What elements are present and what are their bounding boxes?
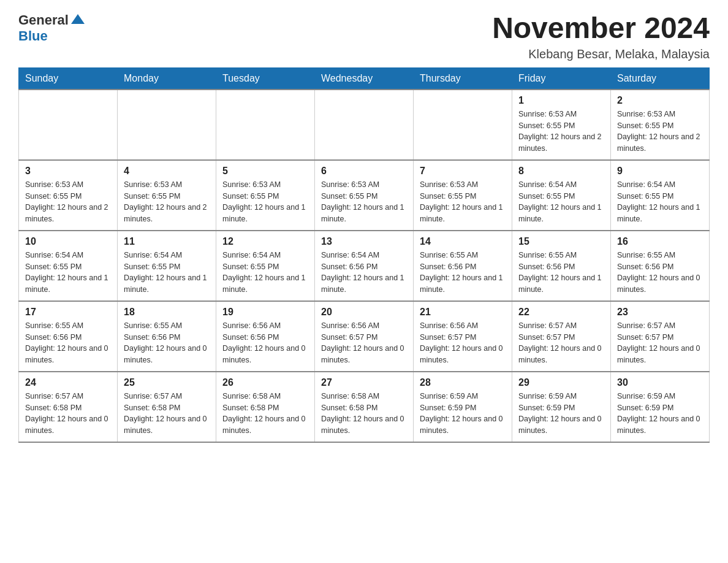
calendar-cell: 9Sunrise: 6:54 AM Sunset: 6:55 PM Daylig… xyxy=(611,160,710,231)
day-info: Sunrise: 6:53 AM Sunset: 6:55 PM Dayligh… xyxy=(617,109,703,155)
day-number: 17 xyxy=(25,307,111,318)
day-info: Sunrise: 6:57 AM Sunset: 6:58 PM Dayligh… xyxy=(124,391,210,437)
day-number: 30 xyxy=(617,377,703,388)
page-header: General Blue November 2024 Klebang Besar… xyxy=(18,12,710,61)
day-number: 18 xyxy=(124,307,210,318)
day-info: Sunrise: 6:53 AM Sunset: 6:55 PM Dayligh… xyxy=(124,179,210,225)
calendar-header-saturday: Saturday xyxy=(611,67,710,90)
day-info: Sunrise: 6:59 AM Sunset: 6:59 PM Dayligh… xyxy=(420,391,506,437)
calendar-week-row: 10Sunrise: 6:54 AM Sunset: 6:55 PM Dayli… xyxy=(19,231,710,301)
month-title: November 2024 xyxy=(492,12,710,45)
day-number: 21 xyxy=(420,307,506,318)
calendar-cell xyxy=(216,90,315,160)
day-number: 9 xyxy=(617,166,703,177)
calendar-header-monday: Monday xyxy=(118,67,216,90)
calendar-cell: 13Sunrise: 6:54 AM Sunset: 6:56 PM Dayli… xyxy=(315,231,414,301)
calendar-cell: 5Sunrise: 6:53 AM Sunset: 6:55 PM Daylig… xyxy=(216,160,315,231)
calendar-cell: 7Sunrise: 6:53 AM Sunset: 6:55 PM Daylig… xyxy=(414,160,512,231)
calendar-cell: 27Sunrise: 6:58 AM Sunset: 6:58 PM Dayli… xyxy=(315,372,414,442)
day-info: Sunrise: 6:54 AM Sunset: 6:55 PM Dayligh… xyxy=(518,179,604,225)
calendar-cell xyxy=(19,90,118,160)
day-number: 12 xyxy=(222,236,308,247)
day-number: 6 xyxy=(321,166,407,177)
day-info: Sunrise: 6:55 AM Sunset: 6:56 PM Dayligh… xyxy=(518,250,604,296)
day-info: Sunrise: 6:59 AM Sunset: 6:59 PM Dayligh… xyxy=(518,391,604,437)
calendar-header-friday: Friday xyxy=(512,67,611,90)
day-number: 29 xyxy=(518,377,604,388)
day-number: 25 xyxy=(124,377,210,388)
calendar-cell: 25Sunrise: 6:57 AM Sunset: 6:58 PM Dayli… xyxy=(118,372,216,442)
day-info: Sunrise: 6:53 AM Sunset: 6:55 PM Dayligh… xyxy=(321,179,407,225)
day-info: Sunrise: 6:53 AM Sunset: 6:55 PM Dayligh… xyxy=(25,179,111,225)
day-info: Sunrise: 6:57 AM Sunset: 6:57 PM Dayligh… xyxy=(518,320,604,366)
calendar-header-sunday: Sunday xyxy=(19,67,118,90)
day-number: 11 xyxy=(124,236,210,247)
day-number: 1 xyxy=(518,95,604,106)
day-number: 8 xyxy=(518,166,604,177)
day-number: 27 xyxy=(321,377,407,388)
calendar-cell xyxy=(414,90,512,160)
day-number: 26 xyxy=(222,377,308,388)
calendar-header-thursday: Thursday xyxy=(414,67,512,90)
day-number: 28 xyxy=(420,377,506,388)
calendar-cell: 1Sunrise: 6:53 AM Sunset: 6:55 PM Daylig… xyxy=(512,90,611,160)
calendar-header-wednesday: Wednesday xyxy=(315,67,414,90)
calendar-cell: 23Sunrise: 6:57 AM Sunset: 6:57 PM Dayli… xyxy=(611,301,710,372)
day-info: Sunrise: 6:56 AM Sunset: 6:57 PM Dayligh… xyxy=(420,320,506,366)
calendar-week-row: 17Sunrise: 6:55 AM Sunset: 6:56 PM Dayli… xyxy=(19,301,710,372)
calendar-cell: 21Sunrise: 6:56 AM Sunset: 6:57 PM Dayli… xyxy=(414,301,512,372)
day-number: 2 xyxy=(617,95,703,106)
calendar-week-row: 24Sunrise: 6:57 AM Sunset: 6:58 PM Dayli… xyxy=(19,372,710,442)
day-info: Sunrise: 6:53 AM Sunset: 6:55 PM Dayligh… xyxy=(518,109,604,155)
calendar-cell: 12Sunrise: 6:54 AM Sunset: 6:55 PM Dayli… xyxy=(216,231,315,301)
day-info: Sunrise: 6:55 AM Sunset: 6:56 PM Dayligh… xyxy=(420,250,506,296)
day-info: Sunrise: 6:56 AM Sunset: 6:56 PM Dayligh… xyxy=(222,320,308,366)
calendar-cell: 28Sunrise: 6:59 AM Sunset: 6:59 PM Dayli… xyxy=(414,372,512,442)
day-info: Sunrise: 6:55 AM Sunset: 6:56 PM Dayligh… xyxy=(617,250,703,296)
svg-marker-0 xyxy=(71,14,85,24)
logo: General Blue xyxy=(18,12,85,44)
day-info: Sunrise: 6:55 AM Sunset: 6:56 PM Dayligh… xyxy=(25,320,111,366)
day-info: Sunrise: 6:59 AM Sunset: 6:59 PM Dayligh… xyxy=(617,391,703,437)
calendar-cell: 10Sunrise: 6:54 AM Sunset: 6:55 PM Dayli… xyxy=(19,231,118,301)
day-info: Sunrise: 6:53 AM Sunset: 6:55 PM Dayligh… xyxy=(222,179,308,225)
day-number: 3 xyxy=(25,166,111,177)
calendar-header-row: SundayMondayTuesdayWednesdayThursdayFrid… xyxy=(19,67,710,90)
day-info: Sunrise: 6:53 AM Sunset: 6:55 PM Dayligh… xyxy=(420,179,506,225)
day-number: 24 xyxy=(25,377,111,388)
calendar-week-row: 1Sunrise: 6:53 AM Sunset: 6:55 PM Daylig… xyxy=(19,90,710,160)
calendar-cell: 18Sunrise: 6:55 AM Sunset: 6:56 PM Dayli… xyxy=(118,301,216,372)
day-info: Sunrise: 6:54 AM Sunset: 6:55 PM Dayligh… xyxy=(25,250,111,296)
calendar-table: SundayMondayTuesdayWednesdayThursdayFrid… xyxy=(18,67,710,443)
calendar-cell: 14Sunrise: 6:55 AM Sunset: 6:56 PM Dayli… xyxy=(414,231,512,301)
calendar-cell: 17Sunrise: 6:55 AM Sunset: 6:56 PM Dayli… xyxy=(19,301,118,372)
day-info: Sunrise: 6:57 AM Sunset: 6:57 PM Dayligh… xyxy=(617,320,703,366)
calendar-cell: 2Sunrise: 6:53 AM Sunset: 6:55 PM Daylig… xyxy=(611,90,710,160)
calendar-week-row: 3Sunrise: 6:53 AM Sunset: 6:55 PM Daylig… xyxy=(19,160,710,231)
day-number: 16 xyxy=(617,236,703,247)
calendar-cell xyxy=(315,90,414,160)
logo-triangle-icon xyxy=(71,13,85,28)
day-number: 19 xyxy=(222,307,308,318)
calendar-cell: 26Sunrise: 6:58 AM Sunset: 6:58 PM Dayli… xyxy=(216,372,315,442)
logo-general-text: General xyxy=(18,12,69,28)
day-info: Sunrise: 6:54 AM Sunset: 6:55 PM Dayligh… xyxy=(617,179,703,225)
day-number: 4 xyxy=(124,166,210,177)
calendar-cell: 19Sunrise: 6:56 AM Sunset: 6:56 PM Dayli… xyxy=(216,301,315,372)
calendar-cell: 16Sunrise: 6:55 AM Sunset: 6:56 PM Dayli… xyxy=(611,231,710,301)
calendar-cell: 4Sunrise: 6:53 AM Sunset: 6:55 PM Daylig… xyxy=(118,160,216,231)
day-info: Sunrise: 6:54 AM Sunset: 6:56 PM Dayligh… xyxy=(321,250,407,296)
day-info: Sunrise: 6:54 AM Sunset: 6:55 PM Dayligh… xyxy=(222,250,308,296)
day-info: Sunrise: 6:55 AM Sunset: 6:56 PM Dayligh… xyxy=(124,320,210,366)
day-info: Sunrise: 6:58 AM Sunset: 6:58 PM Dayligh… xyxy=(321,391,407,437)
calendar-cell: 6Sunrise: 6:53 AM Sunset: 6:55 PM Daylig… xyxy=(315,160,414,231)
calendar-cell: 29Sunrise: 6:59 AM Sunset: 6:59 PM Dayli… xyxy=(512,372,611,442)
calendar-cell xyxy=(118,90,216,160)
day-info: Sunrise: 6:56 AM Sunset: 6:57 PM Dayligh… xyxy=(321,320,407,366)
day-number: 14 xyxy=(420,236,506,247)
day-number: 13 xyxy=(321,236,407,247)
day-info: Sunrise: 6:58 AM Sunset: 6:58 PM Dayligh… xyxy=(222,391,308,437)
day-number: 10 xyxy=(25,236,111,247)
location-text: Klebang Besar, Melaka, Malaysia xyxy=(492,47,710,61)
day-number: 7 xyxy=(420,166,506,177)
